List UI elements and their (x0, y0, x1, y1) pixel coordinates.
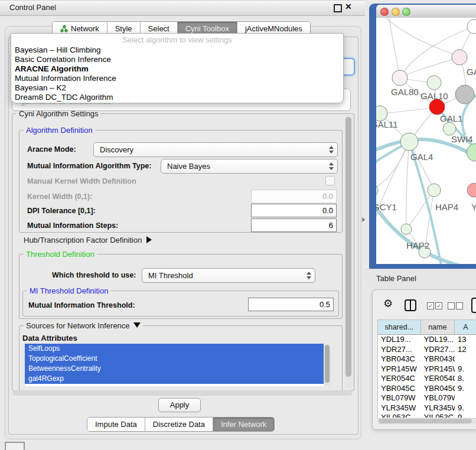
list-item[interactable]: TopologicalCoefficient (25, 354, 324, 364)
dpi-tolerance-field[interactable]: 0.0 (251, 204, 337, 217)
attributes-scrollbar[interactable] (324, 344, 331, 386)
table-row[interactable]: YER054CYER054C8. (378, 374, 476, 384)
hub-tf-definition-toggle[interactable]: Hub/Transcription Factor Definition (24, 236, 152, 244)
float-panel-icon[interactable] (334, 4, 342, 12)
stepper-arrows-icon (328, 145, 335, 155)
node-gal4[interactable] (400, 133, 418, 151)
table-row[interactable]: YBR045CYBR045C9. (378, 384, 476, 394)
cell[interactable]: 8. (455, 374, 476, 384)
aracne-mode-combobox[interactable]: Discovery (93, 142, 338, 157)
mi-threshold-field[interactable]: 0.5 (248, 298, 334, 311)
mi-type-combobox[interactable]: Naive Bayes (161, 159, 338, 174)
tab-infer-network[interactable]: Infer Network (213, 418, 274, 431)
dropdown-item[interactable]: Dream8 DC_TDC Algorithm (11, 93, 343, 102)
tab-label: Impute Data (95, 418, 137, 431)
mi-steps-field[interactable]: 6 (251, 219, 337, 232)
cell[interactable]: 13 (455, 335, 476, 345)
table-hscrollbar[interactable] (377, 418, 476, 425)
node-gal[interactable] (452, 50, 467, 65)
collapse-right-icon (146, 236, 152, 243)
column-header-shared-name[interactable]: shared... (378, 320, 421, 334)
cell[interactable]: 9. (455, 403, 476, 413)
cell[interactable]: YDL19... (378, 335, 421, 345)
dropdown-item-selected[interactable]: ARACNE Algorithm (11, 64, 343, 74)
table-row[interactable]: YLR345WYLR345W9. (378, 403, 476, 413)
network-canvas[interactable]: GAL GAL80 GAL10 GAL1 GAL11 SWI4 GAL4 GCY… (376, 18, 476, 264)
cell[interactable] (455, 393, 476, 403)
cell[interactable]: YER054C (378, 374, 421, 384)
cell[interactable]: YBR045C (378, 384, 421, 394)
checked-box-icon[interactable]: ✓ (427, 302, 434, 309)
cell[interactable]: YLR345W (378, 403, 421, 413)
node-salmon[interactable] (467, 183, 476, 197)
checked-box-icon[interactable]: ✓ (435, 302, 442, 309)
apply-button[interactable]: Apply (158, 398, 201, 412)
unchecked-box-icon[interactable] (456, 302, 463, 309)
node-label: GAL80 (391, 87, 419, 97)
network-window-titlebar[interactable] (376, 5, 476, 18)
dropdown-item[interactable]: Bayesian – Hill Climbing (11, 45, 343, 55)
column-header-partial[interactable]: A (455, 320, 476, 334)
scrollbar-thumb[interactable] (379, 419, 472, 423)
zoom-window-icon[interactable] (402, 8, 410, 16)
node-gray[interactable] (455, 85, 474, 104)
close-window-icon[interactable] (380, 8, 389, 16)
table-row[interactable]: YDR27...YDR27...12 (378, 345, 476, 355)
which-threshold-combobox[interactable]: MI Threshold (142, 268, 315, 283)
node-hap4[interactable] (428, 184, 441, 197)
gear-icon[interactable]: ⚙ (383, 298, 393, 309)
column-header-name[interactable]: name (421, 320, 455, 334)
cell[interactable]: YDR27... (421, 345, 455, 355)
node-gal80[interactable] (392, 70, 407, 86)
list-item[interactable]: SelfLoops (25, 344, 324, 354)
cell[interactable]: 9. (455, 364, 476, 374)
node-green-large[interactable] (467, 144, 476, 161)
scrollbar-thumb[interactable] (345, 117, 351, 377)
node-gcy1[interactable] (376, 184, 378, 197)
sources-toggle[interactable]: Sources for Network Inference (24, 321, 143, 330)
aracne-mode-label: Aracne Mode: (27, 145, 76, 154)
dropdown-item[interactable]: Bayesian – K2 (11, 83, 343, 93)
settings-hscrollbar[interactable] (13, 390, 352, 396)
cell[interactable]: YBL079W (378, 393, 421, 403)
table-row[interactable]: YBR043CYBR043C (378, 354, 476, 364)
dropdown-item[interactable]: Mutual Information Inference (11, 74, 343, 83)
table-row[interactable]: YDL19...YDL19...13 (378, 335, 476, 345)
cell[interactable]: 12 (455, 345, 476, 355)
node-hap2[interactable] (401, 224, 412, 234)
table-row[interactable]: YBL079WYBL079W (378, 393, 476, 403)
cell[interactable]: YER054C (421, 374, 455, 384)
unchecked-box-icon[interactable] (448, 302, 455, 309)
scrollbar-thumb[interactable] (325, 345, 330, 383)
node-gal10[interactable] (427, 76, 441, 90)
cell[interactable]: YBR043C (421, 354, 455, 364)
splitter-handle-icon[interactable] (362, 217, 366, 222)
node-swi4[interactable] (443, 122, 456, 135)
document-icon[interactable] (471, 298, 476, 313)
cell[interactable]: YLR345W (421, 403, 455, 413)
cell[interactable]: YBR045C (421, 384, 455, 394)
list-item[interactable]: BetweennessCentrality (25, 364, 324, 374)
node-unlabeled[interactable] (467, 19, 476, 34)
list-item[interactable]: gal4RGexp (25, 374, 324, 384)
node-gal1-selected[interactable] (429, 99, 445, 115)
cell[interactable]: YPR145W (378, 364, 421, 374)
tab-discretize-data[interactable]: Discretize Data (145, 418, 213, 431)
minimize-window-icon[interactable] (392, 8, 400, 16)
manual-kernel-checkbox[interactable] (325, 176, 335, 185)
cell[interactable]: 9. (455, 384, 476, 394)
dropdown-item[interactable]: Basic Correlation Inference (11, 55, 343, 64)
columns-icon[interactable] (405, 299, 416, 311)
tab-impute-data[interactable]: Impute Data (87, 418, 145, 431)
cell[interactable]: YBL079W (421, 393, 455, 403)
table-row[interactable]: YPR145WYPR145W9. (378, 364, 476, 374)
cell[interactable]: YDL19... (421, 335, 455, 345)
kernel-width-field[interactable]: 0.0 (251, 190, 337, 203)
close-panel-icon[interactable]: ✕ (345, 2, 352, 11)
collapsed-panel-icon[interactable] (5, 442, 25, 450)
cell[interactable] (455, 354, 476, 364)
cell[interactable]: YBR043C (378, 354, 421, 364)
cell[interactable]: YDR27... (378, 345, 421, 355)
settings-scrollbar[interactable] (344, 115, 353, 389)
cell[interactable]: YPR145W (421, 364, 455, 374)
